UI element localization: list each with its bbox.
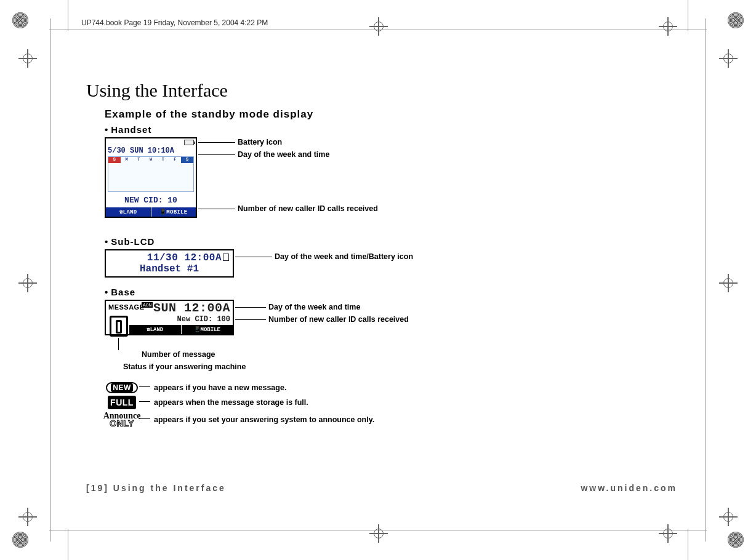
crosshair-icon [719, 274, 738, 292]
day-label: M [121, 157, 133, 163]
sublcd-date-time: 11/30 12:00A [147, 252, 222, 263]
crosshair-icon [369, 524, 388, 543]
handset-lcd: 5/30 SUN 10:10A S M T W T F S NEW CID: 1… [105, 137, 197, 218]
day-label: S [108, 157, 121, 163]
callout-line [198, 209, 235, 209]
callout-status: Status if your answering machine [123, 362, 246, 371]
mobile-tab: 📱MOBILE [151, 207, 196, 217]
land-tab: ☎LAND [106, 207, 151, 217]
handset-cid: NEW CID: 10 [106, 193, 196, 207]
callout-base-cid: Number of new caller ID calls received [268, 315, 409, 324]
sub-lcd: 11/30 12:00A Handset #1 [105, 249, 234, 278]
battery-icon [223, 254, 229, 261]
base-heading: •Base [105, 287, 677, 297]
handset-heading: •Handset [105, 124, 677, 135]
announce-only-icon: Announce ONLY [103, 412, 141, 428]
regmark-icon [728, 532, 744, 548]
calendar-icon: S M T W T F S [108, 156, 194, 192]
battery-icon [184, 140, 194, 145]
handset-heading-text: Handset [111, 124, 151, 135]
crosshair-icon [659, 524, 677, 543]
crop-line [50, 18, 51, 542]
crop-line [68, 0, 68, 31]
callout-cid: Number of new caller ID calls received [238, 204, 378, 213]
callout-line [118, 338, 119, 350]
legend-new-text: appears if you have a new message. [154, 383, 286, 392]
leader-line [139, 386, 150, 387]
crosshair-icon [18, 508, 37, 526]
crosshair-icon [719, 49, 738, 68]
crosshair-icon [369, 17, 388, 36]
footer-right: www.uniden.com [581, 483, 677, 493]
base-lcd: MESSAGE AON SUN 12:00A New CID: 100 ☎LAN… [105, 300, 234, 335]
legend-full-text: appears when the message storage is full… [154, 398, 308, 407]
callout-base-daytime: Day of the week and time [268, 303, 360, 311]
section-heading: Example of the standby mode display [105, 108, 677, 121]
page-title: Using the Interface [86, 80, 677, 101]
message-count-icon [110, 316, 128, 337]
callout-sublcd: Day of the week and time/Battery icon [275, 252, 413, 261]
day-label: W [145, 157, 157, 163]
crosshair-icon [659, 17, 677, 36]
base-heading-text: Base [111, 287, 135, 297]
new-icon: NEW [106, 382, 138, 393]
callout-line [198, 154, 235, 155]
handset-date-time: 5/30 SUN 10:10A [106, 146, 196, 155]
crop-line [688, 529, 688, 560]
regmark-icon [728, 12, 744, 28]
day-label: S [181, 157, 193, 163]
callout-daytime: Day of the week and time [238, 150, 329, 159]
callout-msg-count: Number of message [142, 350, 215, 359]
mobile-tab: 📱MOBILE [182, 325, 233, 334]
callout-line [235, 257, 272, 257]
leader-line [139, 401, 150, 402]
leader-line [139, 418, 150, 419]
callout-line [198, 142, 235, 143]
aon-icon: AON [142, 302, 153, 308]
callout-line [235, 319, 266, 320]
full-icon: FULL [108, 396, 136, 409]
running-header: UP744.book Page 19 Friday, November 5, 2… [81, 18, 268, 27]
crop-line [68, 529, 68, 560]
crop-line [705, 18, 706, 542]
crop-line [688, 0, 688, 31]
day-label: T [132, 157, 145, 163]
sublcd-heading: •Sub-LCD [105, 236, 677, 247]
footer-left: [19] Using the Interface [86, 483, 226, 493]
legend-announce-text: appears if you set your answering system… [154, 415, 374, 424]
sublcd-heading-text: Sub-LCD [111, 236, 155, 247]
crosshair-icon [18, 274, 37, 292]
legend-full: FULL appears when the message storage is… [105, 396, 677, 409]
day-label: F [169, 157, 182, 163]
sublcd-handset-id: Handset #1 [110, 263, 229, 274]
callout-battery: Battery icon [238, 138, 282, 146]
day-label: T [157, 157, 169, 163]
legend-new: NEW appears if you have a new message. [105, 382, 677, 393]
land-tab: ☎LAND [129, 325, 182, 334]
callout-line [235, 307, 266, 308]
regmark-icon [12, 532, 28, 548]
announce-bottom: ONLY [103, 420, 141, 428]
legend-announce: Announce ONLY appears if you set your an… [105, 412, 677, 428]
regmark-icon [12, 12, 28, 28]
message-label: MESSAGE [108, 303, 145, 311]
crosshair-icon [18, 49, 37, 68]
crosshair-icon [719, 508, 738, 526]
